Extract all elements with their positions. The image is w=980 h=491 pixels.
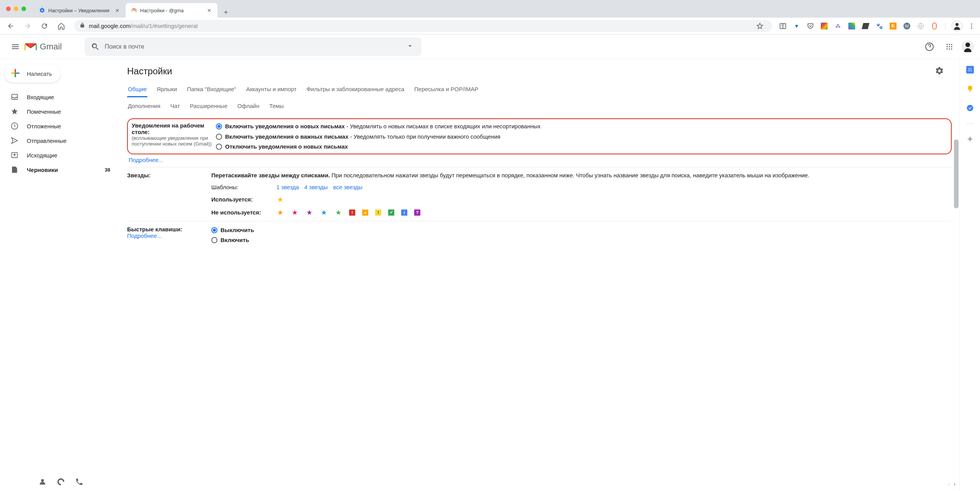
settings-tab[interactable]: Пересылка и POP/IMAP	[413, 82, 479, 97]
scrollbar-thumb[interactable]	[954, 139, 959, 208]
sidebar-item-clock[interactable]: Отложенные	[0, 119, 119, 133]
search-input[interactable]	[105, 43, 406, 50]
search-options-dropdown[interactable]	[406, 42, 415, 51]
star-preset-link[interactable]: 1 звезда	[276, 184, 299, 190]
extension-icon[interactable]: ▼	[792, 21, 801, 31]
settings-tab[interactable]: Папка "Входящие"	[186, 82, 237, 97]
extension-icon[interactable]: ⁂	[833, 21, 843, 31]
new-tab-button[interactable]	[220, 7, 231, 18]
star-green-icon[interactable]: ★	[335, 209, 342, 216]
close-tab-icon[interactable]: ✕	[206, 7, 212, 13]
settings-gear-icon	[39, 7, 45, 13]
contacts-icon[interactable]	[38, 478, 47, 487]
extension-icon[interactable]	[820, 21, 829, 31]
keep-icon[interactable]	[966, 85, 974, 93]
star-preset-link[interactable]: все звезды	[333, 184, 363, 190]
sidebar-item-send[interactable]: Отправленные	[0, 133, 119, 148]
extension-icon[interactable]	[861, 21, 870, 31]
gmail-logo-text: Gmail	[40, 42, 62, 52]
extension-icon[interactable]	[930, 21, 939, 31]
calendar-icon[interactable]: 31	[966, 66, 974, 74]
add-addon-button[interactable]	[966, 135, 974, 143]
reader-icon[interactable]	[778, 21, 787, 31]
tasks-icon[interactable]	[966, 104, 974, 112]
browser-tab[interactable]: Настройки – Уведомления ✕	[34, 3, 126, 18]
settings-tab[interactable]: Общие	[127, 82, 147, 97]
star-blue-icon[interactable]: ★	[320, 209, 328, 216]
bookmark-star-icon[interactable]	[753, 19, 767, 33]
account-avatar[interactable]	[962, 41, 974, 53]
exclaim-yellow-icon[interactable]: !	[375, 209, 381, 216]
main-menu-button[interactable]	[6, 38, 24, 56]
separator	[966, 123, 974, 124]
profile-avatar[interactable]	[952, 21, 962, 31]
extension-icon[interactable]: K	[889, 21, 898, 31]
sidebar-item-file[interactable]: Черновики38	[0, 162, 119, 177]
radio-button[interactable]	[211, 237, 217, 243]
settings-tab[interactable]: Ярлыки	[156, 82, 178, 97]
extension-icon[interactable]	[847, 21, 856, 31]
sidebar-item-outbox[interactable]: Исходящие	[0, 148, 119, 162]
sidebar: Написать ВходящиеПомеченныеОтложенныеОтп…	[0, 59, 119, 491]
pocket-icon[interactable]	[806, 21, 815, 31]
settings-tab[interactable]: Чат	[170, 99, 181, 113]
reload-button[interactable]	[38, 19, 51, 33]
question-purple-icon[interactable]: ?	[414, 209, 420, 216]
svg-point-8	[949, 44, 950, 45]
browser-menu-icon[interactable]	[967, 21, 976, 31]
home-button[interactable]	[54, 19, 68, 33]
support-button[interactable]	[922, 39, 937, 54]
sidebar-item-inbox[interactable]: Входящие	[0, 90, 119, 104]
extension-icon[interactable]: W	[902, 21, 911, 31]
close-window-button[interactable]	[6, 7, 11, 11]
close-tab-icon[interactable]: ✕	[114, 7, 120, 13]
info-blue-icon[interactable]: i	[401, 209, 407, 216]
search-bar[interactable]	[85, 38, 421, 56]
compose-button[interactable]: Написать	[4, 64, 60, 83]
phone-icon[interactable]	[75, 478, 83, 487]
maximize-window-button[interactable]	[21, 7, 26, 11]
svg-point-2	[956, 23, 959, 26]
settings-tab[interactable]: Аккаунты и импорт	[245, 82, 297, 97]
settings-tab[interactable]: Офлайн	[237, 99, 260, 113]
minimize-window-button[interactable]	[14, 7, 18, 11]
star-yellow-icon[interactable]: ★	[276, 196, 284, 203]
extension-icon[interactable]	[916, 21, 925, 31]
star-purple-icon[interactable]: ★	[305, 209, 313, 216]
forward-button[interactable]	[21, 19, 34, 33]
svg-point-7	[947, 44, 948, 45]
settings-content: Настройки ОбщиеЯрлыкиПапка "Входящие"Акк…	[119, 59, 959, 491]
check-green-icon[interactable]: ✓	[388, 209, 394, 216]
star-preset-link[interactable]: 4 звезды	[304, 184, 328, 190]
svg-point-5	[971, 27, 972, 28]
extension-icon[interactable]: 🐾	[875, 21, 884, 31]
star-red-icon[interactable]: ★	[291, 209, 299, 216]
exclaim-red-icon[interactable]: !	[349, 209, 355, 216]
arrow-orange-icon[interactable]: »	[362, 209, 368, 216]
settings-tab[interactable]: Темы	[268, 99, 284, 113]
back-button[interactable]	[4, 19, 18, 33]
settings-gear-icon[interactable]	[935, 66, 944, 77]
gmail-logo[interactable]: Gmail	[24, 42, 62, 52]
settings-tab[interactable]: Расширенные	[189, 99, 228, 113]
address-bar[interactable]: mail.google.com/mail/u/1/#settings/gener…	[74, 20, 772, 32]
sidebar-item-star[interactable]: Помеченные	[0, 104, 119, 119]
setting-sublabel: (всплывающие уведомления при поступлении…	[132, 135, 212, 147]
settings-tab[interactable]: Фильтры и заблокированные адреса	[306, 82, 405, 97]
radio-button[interactable]	[216, 123, 222, 129]
apps-grid-button[interactable]	[942, 39, 957, 54]
radio-button[interactable]	[211, 227, 217, 233]
side-panel-next-icon[interactable]: ›	[954, 481, 956, 487]
settings-tab[interactable]: Дополнения	[127, 99, 161, 113]
learn-more-link[interactable]: Подробнее...	[129, 157, 163, 163]
star-orange-icon[interactable]: ★	[276, 209, 284, 216]
side-panel-prev-icon[interactable]: ‹	[948, 481, 950, 487]
radio-button[interactable]	[216, 134, 222, 140]
radio-button[interactable]	[216, 144, 222, 150]
sidebar-item-label: Помеченные	[27, 108, 61, 115]
browser-tab-active[interactable]: Настройки - @gma ✕	[126, 3, 217, 18]
stars-setting: Звезды: Перетаскивайте звезды между спис…	[127, 167, 952, 221]
used-label: Используется:	[211, 196, 276, 203]
learn-more-link[interactable]: Подробнее...	[127, 232, 162, 239]
hangouts-icon[interactable]	[57, 478, 65, 487]
